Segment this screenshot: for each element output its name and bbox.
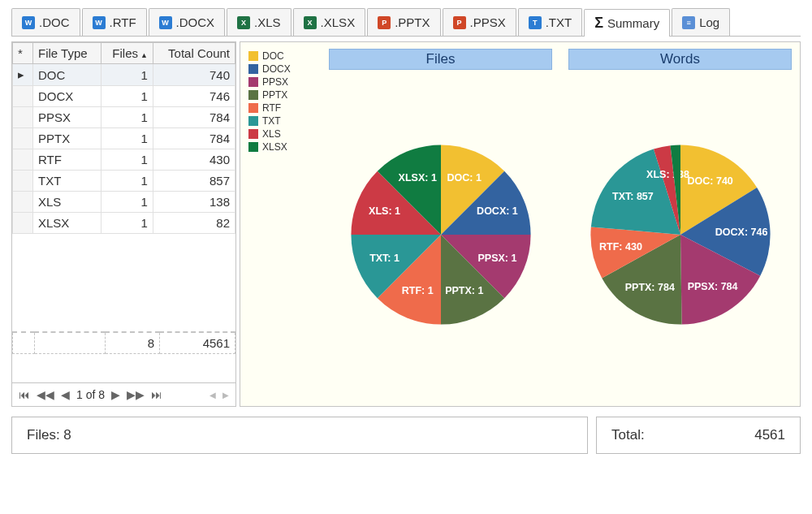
legend-item-ppsx: PPSX (248, 76, 317, 88)
legend-label: RTF (262, 102, 281, 114)
pie-label-xls: XLS: 138 (646, 169, 689, 180)
cell-filetype: TXT (33, 171, 102, 192)
cell-files: 1 (101, 213, 153, 234)
table-row[interactable]: XLS1138 (13, 192, 235, 213)
row-indicator (13, 192, 33, 213)
legend-label: XLSX (262, 141, 287, 153)
table-row[interactable]: PPTX1784 (13, 128, 235, 149)
pager-scroll-right-icon[interactable]: ▶ (222, 391, 229, 400)
table-row[interactable]: DOCX1746 (13, 86, 235, 107)
pager-position: 1 of 8 (76, 388, 105, 401)
pie-label-pptx: PPTX: 1 (445, 285, 483, 296)
cell-count: 857 (153, 171, 235, 192)
table-row[interactable]: TXT1857 (13, 171, 235, 192)
tab-summary[interactable]: ΣSummary (584, 9, 670, 37)
word-icon: W (159, 16, 172, 29)
pager-last-icon[interactable]: ⏭ (151, 388, 162, 401)
tab-doc[interactable]: W.DOC (11, 8, 80, 36)
legend-label: DOC (262, 50, 284, 62)
pie-label-doc: DOC: 740 (687, 175, 732, 187)
cell-filetype: DOC (33, 64, 102, 86)
row-indicator (13, 171, 33, 192)
excel-icon: X (237, 16, 250, 29)
table-row[interactable]: XLSX182 (13, 213, 235, 234)
legend-item-txt: TXT (248, 115, 317, 127)
legend-item-pptx: PPTX (248, 89, 317, 101)
tab-xlsx[interactable]: X.XLSX (293, 8, 366, 36)
summary-total-value: 4561 (754, 427, 785, 443)
tab-rtf[interactable]: W.RTF (82, 8, 147, 36)
tab-docx[interactable]: W.DOCX (149, 8, 226, 36)
pager-prev-icon[interactable]: ◀ (61, 388, 70, 401)
cell-count: 430 (153, 149, 235, 171)
legend-label: PPTX (262, 89, 287, 101)
pie-label-ppsx: PPSX: 1 (477, 253, 516, 264)
summary-total-box: Total: 4561 (596, 417, 801, 454)
legend-item-docx: DOCX (248, 63, 317, 75)
legend-item-doc: DOC (248, 50, 317, 62)
row-indicator (13, 213, 33, 234)
legend-item-rtf: RTF (248, 102, 317, 114)
legend-item-xls: XLS (248, 128, 317, 140)
pie-label-rtf: RTF: 1 (401, 285, 433, 296)
pie-label-doc: DOC: 1 (447, 172, 481, 184)
table-row[interactable]: RTF1430 (13, 149, 235, 171)
pager-scroll-left-icon[interactable]: ◀ (209, 391, 216, 400)
tab-xls[interactable]: X.XLS (227, 8, 292, 36)
ppt-icon: P (378, 16, 391, 29)
row-indicator: ▸ (13, 64, 33, 86)
tab-strip: W.DOCW.RTFW.DOCXX.XLSX.XLSXP.PPTXP.PPSXT… (11, 8, 801, 37)
files-pie-chart: DOC: 1DOCX: 1PPSX: 1PPTX: 1RTF: 1TXT: 1X… (339, 133, 542, 336)
tab-label: .XLS (254, 15, 281, 29)
cell-filetype: XLS (33, 192, 102, 213)
tab-ppsx[interactable]: P.PPSX (443, 8, 516, 36)
pager-next-icon[interactable]: ▶ (111, 388, 120, 401)
cell-filetype: XLSX (33, 213, 102, 234)
tab-pptx[interactable]: P.PPTX (367, 8, 440, 36)
pie-label-xls: XLS: 1 (369, 205, 400, 217)
pie-label-docx: DOCX: 746 (715, 227, 767, 238)
grid-col-total-count[interactable]: Total Count (153, 43, 235, 64)
cell-files: 1 (101, 149, 153, 171)
tab-label: Summary (607, 16, 659, 30)
chart-legend: DOCDOCXPPSXPPTXRTFTXTXLSXLSX (240, 42, 321, 406)
excel-icon: X (304, 16, 317, 29)
grid-row-indicator-header[interactable]: * (13, 43, 33, 64)
table-row[interactable]: ▸DOC1740 (13, 64, 235, 86)
cell-filetype: PPSX (33, 107, 102, 128)
tab-txt[interactable]: T.TXT (518, 8, 583, 36)
pager-prevpage-icon[interactable]: ◀◀ (37, 388, 54, 401)
cell-files: 1 (101, 107, 153, 128)
sum-files-cell: 8 (106, 332, 160, 354)
cell-count: 138 (153, 192, 235, 213)
tab-label: .PPSX (470, 15, 506, 29)
tab-log[interactable]: ≡Log (672, 8, 730, 36)
tab-label: Log (699, 15, 719, 29)
grid-col-files[interactable]: Files▲ (101, 43, 153, 64)
legend-label: TXT (262, 115, 281, 127)
table-row[interactable]: PPSX1784 (13, 107, 235, 128)
chart-title-words: Words (568, 49, 792, 70)
legend-swatch (248, 51, 258, 61)
word-icon: W (22, 16, 35, 29)
pager-first-icon[interactable]: ⏮ (19, 388, 30, 401)
summary-grid[interactable]: *File TypeFiles▲Total Count ▸DOC1740DOCX… (12, 42, 235, 382)
tab-label: .TXT (546, 15, 572, 29)
cell-count: 740 (153, 64, 235, 86)
cell-count: 784 (153, 107, 235, 128)
legend-swatch (248, 64, 258, 74)
pager-nextpage-icon[interactable]: ▶▶ (127, 388, 145, 401)
pie-label-ppsx: PPSX: 784 (687, 281, 737, 292)
legend-swatch (248, 103, 258, 113)
cell-count: 784 (153, 128, 235, 149)
grid-col-file-type[interactable]: File Type (33, 43, 102, 64)
tab-label: .RTF (110, 15, 136, 29)
sum-count-cell: 4561 (160, 332, 235, 354)
txt-icon: T (529, 16, 542, 29)
sort-asc-icon: ▲ (140, 51, 148, 59)
cell-filetype: RTF (33, 149, 102, 171)
word-icon: W (93, 16, 106, 29)
legend-item-xlsx: XLSX (248, 141, 317, 153)
cell-files: 1 (101, 128, 153, 149)
log-icon: ≡ (682, 16, 695, 29)
